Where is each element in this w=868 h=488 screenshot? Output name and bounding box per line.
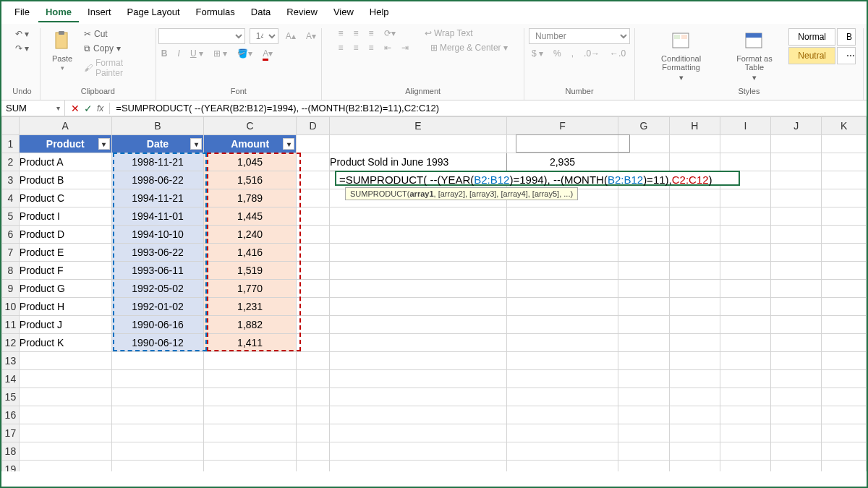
cell-J11[interactable] [771,316,822,334]
cell-I6[interactable] [720,226,770,244]
cell-J5[interactable] [771,207,822,226]
row-header-4[interactable]: 4 [2,189,20,207]
cell-D4[interactable] [297,189,330,207]
underline-button[interactable]: U ▾ [187,48,206,59]
cell-D14[interactable] [297,370,330,388]
cell-F10[interactable] [506,298,618,316]
cell-I18[interactable] [720,442,770,461]
cell-A7[interactable]: Product E [19,244,111,262]
cell-C3[interactable]: 1,516 [204,171,297,189]
cut-button[interactable]: ✂Cut [82,28,148,40]
cell-C11[interactable]: 1,882 [204,316,297,334]
row-header-18[interactable]: 18 [2,442,20,461]
copy-button[interactable]: ⧉Copy ▾ [82,43,148,54]
cell-B3[interactable]: 1998-06-22 [111,171,203,189]
format-painter-button[interactable]: 🖌Format Painter [82,57,148,79]
increase-decimal-button[interactable]: .0→ [581,48,603,59]
cell-D5[interactable] [297,207,330,226]
row-header-8[interactable]: 8 [2,262,20,280]
orientation-button[interactable]: ⟳▾ [381,28,399,38]
cell-A1[interactable]: Product▾ [19,135,111,153]
style-normal[interactable]: Normal [788,28,835,46]
cell-H9[interactable] [669,280,720,298]
redo-button[interactable]: ↷ ▾ [14,43,30,54]
cell-K13[interactable] [822,352,867,370]
cell-K1[interactable] [822,135,867,153]
cell-I9[interactable] [720,280,770,298]
cell-F18[interactable] [506,442,618,461]
cell-D12[interactable] [297,334,330,352]
decrease-decimal-button[interactable]: ←.0 [607,48,629,59]
cell-I1[interactable] [720,135,770,153]
cell-J18[interactable] [771,442,822,461]
cell-E9[interactable] [330,280,507,298]
cell-A12[interactable]: Product K [19,334,111,352]
cell-G13[interactable] [618,352,669,370]
cell-E8[interactable] [330,262,507,280]
cell-A15[interactable] [19,388,111,406]
cell-H18[interactable] [669,442,720,461]
row-header-1[interactable]: 1 [2,135,20,153]
menu-formulas[interactable]: Formulas [189,3,242,22]
cell-K3[interactable] [822,171,867,189]
font-family-select[interactable] [158,28,245,44]
style-neutral[interactable]: Neutral [788,47,835,64]
cell-E6[interactable] [330,226,507,244]
cell-D6[interactable] [297,226,330,244]
filter-button[interactable]: ▾ [98,138,110,150]
cell-G2[interactable] [618,153,669,171]
cell-A16[interactable] [19,406,111,424]
cell-K8[interactable] [822,262,867,280]
cell-K18[interactable] [822,442,867,461]
cell-H15[interactable] [669,388,720,406]
cell-B13[interactable] [111,352,203,370]
column-header-a[interactable]: A [19,117,111,135]
cell-J12[interactable] [771,334,822,352]
cell-A5[interactable]: Product I [19,207,111,226]
number-format-select[interactable]: Number [529,28,630,44]
row-header-10[interactable]: 10 [2,298,20,316]
cell-F2[interactable]: 2,935 [506,153,618,171]
font-color-button[interactable]: A▾ [260,48,276,59]
cell-B16[interactable] [111,406,203,424]
cell-F15[interactable] [506,388,618,406]
cell-D18[interactable] [297,442,330,461]
row-header-2[interactable]: 2 [2,153,20,171]
column-header-b[interactable]: B [111,117,203,135]
cell-H11[interactable] [669,316,720,334]
cell-D8[interactable] [297,262,330,280]
cell-A8[interactable]: Product F [19,262,111,280]
cell-K5[interactable] [822,207,867,226]
cell-B14[interactable] [111,370,203,388]
align-left-button[interactable]: ≡ [336,43,346,53]
percent-button[interactable]: % [550,48,564,59]
row-header-9[interactable]: 9 [2,280,20,298]
cell-G14[interactable] [618,370,669,388]
cell-K9[interactable] [822,280,867,298]
cell-C9[interactable]: 1,770 [204,280,297,298]
cell-I5[interactable] [720,207,770,226]
cell-E17[interactable] [330,424,507,442]
cell-B6[interactable]: 1994-10-10 [111,226,203,244]
cell-K6[interactable] [822,226,867,244]
cell-D11[interactable] [297,316,330,334]
cell-I2[interactable] [720,153,770,171]
cell-A13[interactable] [19,352,111,370]
cell-D10[interactable] [297,298,330,316]
fill-color-button[interactable]: 🪣▾ [234,48,255,59]
cell-D13[interactable] [297,352,330,370]
cell-A17[interactable] [19,424,111,442]
cell-B18[interactable] [111,442,203,461]
cell-H13[interactable] [669,352,720,370]
align-middle-button[interactable]: ≡ [351,28,362,38]
cell-A18[interactable] [19,442,111,461]
wrap-text-button[interactable]: ↩ Wrap Text [422,28,476,38]
align-right-button[interactable]: ≡ [366,43,377,53]
column-header-d[interactable]: D [297,117,330,135]
undo-button[interactable]: ↶ ▾ [14,28,30,40]
cell-A9[interactable]: Product G [19,280,111,298]
formula-input[interactable]: =SUMPRODUCT( --(YEAR(B2:B12)=1994), --(M… [110,100,867,116]
cell-C7[interactable]: 1,416 [204,244,297,262]
cell-I13[interactable] [720,352,770,370]
row-header-5[interactable]: 5 [2,207,20,226]
